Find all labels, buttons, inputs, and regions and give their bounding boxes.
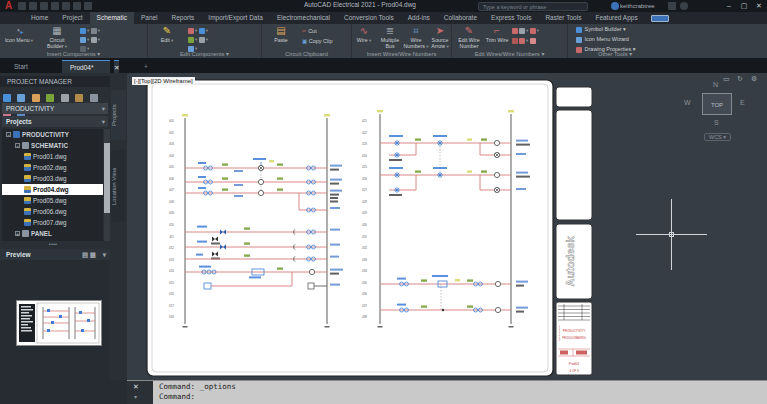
- refresh-icon[interactable]: [46, 94, 54, 102]
- command-history[interactable]: Command: _options Command:: [159, 382, 236, 402]
- save-icon[interactable]: [40, 2, 48, 10]
- edit-component-mini-tools[interactable]: ▾ ▾: [188, 36, 208, 43]
- edit-component-mini-tools[interactable]: ▾ ▾: [188, 27, 208, 34]
- tree-item-productivity[interactable]: -PRODUCTIVITY: [2, 129, 103, 140]
- drawing-preview-thumbnail[interactable]: [16, 300, 102, 346]
- tree-item-prod02-dwg[interactable]: Prod02.dwg: [2, 162, 103, 173]
- new-tab-button[interactable]: +: [136, 60, 156, 73]
- icon-menu-wizard-button[interactable]: Icon Menu Wizard: [576, 36, 629, 43]
- ribbon-display-toggle[interactable]: [651, 15, 669, 22]
- ribbon-tab-raster-tools[interactable]: Raster Tools: [538, 12, 588, 24]
- publish-icon[interactable]: [75, 94, 83, 102]
- ribbon-tab-featured-apps[interactable]: Featured Apps: [588, 12, 644, 24]
- icon-menu-button[interactable]: ◔▸ Icon Menu ▾: [4, 25, 34, 44]
- vertical-tab-projects[interactable]: Projects: [111, 90, 126, 140]
- file-tab-close-icon[interactable]: ✕: [114, 60, 119, 73]
- ribbon-tab-electromechanical[interactable]: Electromechanical: [270, 12, 337, 24]
- tree-item-prod07-dwg[interactable]: Prod07.dwg: [2, 217, 103, 228]
- wcs-dropdown[interactable]: WCS ▾: [704, 133, 731, 141]
- command-line-bar[interactable]: ✕ ▾ Command: _options Command:: [127, 380, 767, 404]
- window-close-button[interactable]: ✕: [752, 0, 766, 12]
- ribbon-tab-add-ins[interactable]: Add-ins: [401, 12, 437, 24]
- tree-item-panel[interactable]: +PANEL: [2, 228, 103, 239]
- viewcube-west[interactable]: W: [684, 99, 691, 106]
- tree-item-schematic[interactable]: -SCHEMATIC: [2, 140, 103, 151]
- open-project-icon[interactable]: [17, 94, 25, 102]
- paste-button[interactable]: ▤ Paste: [266, 25, 296, 44]
- insert-component-mini-tools[interactable]: ▾ ▾: [80, 27, 100, 34]
- ribbon-tab-collaborate[interactable]: Collaborate: [437, 12, 484, 24]
- ribbon-tab-schematic[interactable]: Schematic: [90, 12, 134, 24]
- tree-item-prod06-dwg[interactable]: Prod06.dwg: [2, 206, 103, 217]
- plot-project-icon[interactable]: [90, 94, 98, 102]
- panel-title[interactable]: Edit Wires/Wire Numbers ▾: [452, 51, 567, 57]
- ribbon-tab-home[interactable]: Home: [24, 12, 55, 24]
- new-project-icon[interactable]: [3, 94, 11, 102]
- viewcube-north[interactable]: N: [713, 81, 718, 88]
- viewcube-south[interactable]: S: [714, 119, 719, 126]
- signed-in-user[interactable]: keithcrabtree: [620, 1, 655, 11]
- splitter-handle[interactable]: ••••: [30, 243, 76, 246]
- window-restore-button[interactable]: ▢: [737, 0, 751, 12]
- autocad-logo-icon[interactable]: A: [2, 0, 15, 12]
- command-close-icon[interactable]: ✕: [133, 383, 139, 391]
- edit-wire-number-button[interactable]: ✎ Edit Wire Number: [454, 25, 484, 49]
- file-tab-prod04[interactable]: Prod04*: [62, 60, 110, 73]
- panel-title[interactable]: Insert Components ▾: [0, 51, 147, 57]
- drawing-canvas[interactable]: 4014024034044054064074084094104114124134…: [127, 73, 767, 380]
- tree-item-prod03-dwg[interactable]: Prod03.dwg: [2, 173, 103, 184]
- plot-icon[interactable]: [51, 2, 59, 10]
- help-search-input[interactable]: Type a keyword or phrase: [478, 2, 588, 11]
- command-customize-icon[interactable]: ▾: [134, 393, 137, 400]
- tree-item-prod04-dwg[interactable]: Prod04.dwg: [2, 184, 103, 195]
- panel-title[interactable]: Other Tools ▾: [568, 51, 767, 57]
- tree-expand-toggle[interactable]: +: [15, 231, 20, 236]
- undo-icon[interactable]: [62, 2, 70, 10]
- cut-button[interactable]: ✂ Cut: [302, 28, 317, 34]
- panel-title[interactable]: Edit Components ▾: [148, 51, 261, 57]
- a360-icon[interactable]: [668, 2, 676, 10]
- project-selector-dropdown[interactable]: PRODUCTIVITY▾: [2, 103, 108, 114]
- symbol-builder-button[interactable]: Symbol Builder ▾: [576, 26, 626, 33]
- trim-wire-button[interactable]: ⌐ Trim Wire: [485, 25, 509, 44]
- edit-wire-mini-tools[interactable]: ▾ ▾: [512, 27, 539, 34]
- ribbon-tab-panel[interactable]: Panel: [134, 12, 165, 24]
- window-minimize-button[interactable]: –: [722, 0, 736, 12]
- viewcube-east[interactable]: E: [740, 99, 745, 106]
- tree-item-prod05-dwg[interactable]: Prod05.dwg: [2, 195, 103, 206]
- tree-expand-toggle[interactable]: -: [6, 132, 11, 137]
- project-task-list-icon[interactable]: [61, 94, 69, 102]
- circuit-builder-button[interactable]: ▦ Circuit Builder ▾: [42, 25, 72, 49]
- viewcube-top[interactable]: TOP: [702, 93, 732, 115]
- tree-expand-toggle[interactable]: -: [15, 143, 20, 148]
- panel-title[interactable]: Insert Wires/Wire Numbers: [352, 51, 451, 57]
- workspace-icon[interactable]: [84, 2, 92, 10]
- file-tab-start[interactable]: Start: [6, 60, 36, 73]
- ribbon-tab-project[interactable]: Project: [55, 12, 89, 24]
- open-file-icon[interactable]: [29, 2, 37, 10]
- wire-numbers-button[interactable]: ⌗ Wire Numbers ▾: [403, 25, 429, 49]
- panel-title[interactable]: Circuit Clipboard: [262, 51, 351, 57]
- wire-button[interactable]: ∿ Wire ▾: [352, 25, 376, 44]
- tree-scrollbar[interactable]: [104, 129, 110, 241]
- preview-section-header[interactable]: Preview▤ ▦▾: [0, 249, 110, 260]
- ribbon-tab-reports[interactable]: Reports: [165, 12, 202, 24]
- redo-icon[interactable]: [73, 2, 81, 10]
- ribbon-tab-import-export-data[interactable]: Import/Export Data: [201, 12, 270, 24]
- edit-button[interactable]: ✎ Edit ▾: [152, 25, 182, 44]
- copy-clip-button[interactable]: ▣ Copy Clip: [302, 38, 333, 44]
- tree-item-prod01-dwg[interactable]: Prod01.dwg: [2, 151, 103, 162]
- ribbon-tab-conversion-tools[interactable]: Conversion Tools: [337, 12, 401, 24]
- projects-section-dropdown[interactable]: Projects▾: [2, 116, 108, 127]
- viewcube[interactable]: N W TOP E S WCS ▾: [680, 81, 760, 147]
- new-file-icon[interactable]: [18, 2, 26, 10]
- ribbon-tab-express-tools[interactable]: Express Tools: [484, 12, 538, 24]
- recent-projects-icon[interactable]: [32, 94, 40, 102]
- help-icon[interactable]: [680, 2, 688, 10]
- insert-component-mini-tools[interactable]: ▾ ▾: [80, 36, 100, 43]
- viewport-controls[interactable]: [-][Top][2D Wireframe]: [132, 77, 195, 85]
- vertical-tab-location-view[interactable]: Location View: [111, 150, 126, 222]
- avatar[interactable]: [611, 2, 619, 10]
- source-arrow-button[interactable]: ➤ Source Arrow ▾: [428, 25, 452, 49]
- multiple-bus-button[interactable]: ≣ Multiple Bus: [377, 25, 403, 49]
